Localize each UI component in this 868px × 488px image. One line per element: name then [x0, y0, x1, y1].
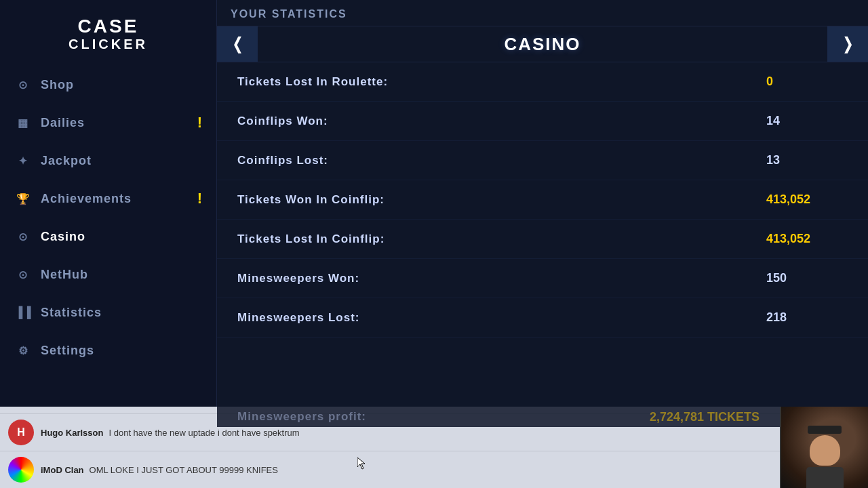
sidebar-item-label: Achievements — [41, 192, 132, 206]
chat-text-hugo: I dont have the new uptade i dont have s… — [108, 428, 299, 438]
sidebar-item-shop[interactable]: ⊙ Shop — [0, 66, 216, 104]
avatar-imod — [8, 457, 34, 483]
prev-tab-button[interactable]: ❬ — [217, 26, 258, 62]
person-head — [810, 435, 840, 466]
stats-list: Tickets lost in roulette:0Coinflips won:… — [217, 62, 868, 407]
achievements-icon: 🏆 — [14, 189, 33, 208]
logo-line1: CASE — [14, 17, 203, 36]
sidebar-item-label: Settings — [41, 344, 94, 358]
stat-row-0: Tickets lost in roulette:0 — [217, 62, 868, 102]
chat-overlay: H Hugo Karlsson I dont have the new upta… — [0, 407, 868, 488]
dailies-badge: ! — [197, 114, 203, 131]
sidebar-item-label: Dailies — [41, 116, 85, 130]
sidebar-item-dailies[interactable]: ▦ Dailies ! — [0, 104, 216, 142]
stat-label-5: Minesweepers won: — [237, 272, 766, 285]
webcam-feed — [781, 407, 868, 488]
sidebar-item-label: Statistics — [41, 306, 102, 320]
achievements-badge: ! — [197, 190, 203, 207]
person-body — [806, 467, 844, 488]
person-hat — [808, 426, 842, 434]
username-imod: iMoD Clan — [41, 465, 84, 475]
dailies-icon: ▦ — [14, 113, 33, 132]
stat-value-5: 150 — [766, 271, 848, 285]
stat-label-2: Coinflips lost: — [237, 154, 766, 167]
next-tab-button[interactable]: ❭ — [827, 26, 868, 62]
logo-line2: CLICKER — [14, 36, 203, 52]
jackpot-icon: ✦ — [14, 151, 33, 170]
stat-value-6: 218 — [766, 310, 848, 325]
logo: CASE CLICKER — [0, 7, 216, 66]
statistics-icon: ▐▐ — [14, 303, 33, 322]
chat-message-2: iMoD Clan OML LOKE I JUST GOT ABOUT 9999… — [0, 451, 868, 488]
sidebar-item-statistics[interactable]: ▐▐ Statistics — [0, 293, 216, 331]
sidebar-item-label: Jackpot — [41, 154, 92, 168]
stat-row-4: Tickets lost in coinflip:413,052 — [217, 220, 868, 259]
sidebar-item-jackpot[interactable]: ✦ Jackpot — [0, 142, 216, 180]
partial-stat-row: Minesweepers profit: 2,724,781 TICKETS — [217, 407, 780, 427]
webcam-person — [801, 427, 848, 488]
sidebar-item-achievements[interactable]: 🏆 Achievements ! — [0, 180, 216, 218]
partial-stat-label: Minesweepers profit: — [237, 410, 366, 424]
stat-value-3: 413,052 — [766, 192, 848, 207]
stat-row-6: Minesweepers lost:218 — [217, 298, 868, 338]
casino-icon: ⊙ — [14, 227, 33, 246]
stat-value-4: 413,052 — [766, 232, 848, 246]
stat-row-3: Tickets won in coinflip:413,052 — [217, 180, 868, 220]
stat-value-2: 13 — [766, 153, 848, 167]
sidebar-item-settings[interactable]: ⚙ Settings — [0, 331, 216, 369]
sidebar-item-casino[interactable]: ⊙ Casino — [0, 218, 216, 256]
stat-label-1: Coinflips won: — [237, 115, 766, 128]
stat-label-4: Tickets lost in coinflip: — [237, 232, 766, 246]
stat-label-3: Tickets won in coinflip: — [237, 193, 766, 207]
webcam-thumbnail — [780, 407, 868, 488]
shop-icon: ⊙ — [14, 75, 33, 94]
stat-value-0: 0 — [766, 75, 848, 89]
main-content: Your Statistics ❬ Casino ❭ Tickets lost … — [217, 0, 868, 407]
chat-text-imod: OML LOKE I JUST GOT ABOUT 99999 KNIFES — [90, 465, 278, 475]
sidebar: CASE CLICKER ⊙ Shop ▦ Dailies ! ✦ Jackpo… — [0, 0, 217, 407]
sidebar-item-nethub[interactable]: ⊙ NetHub — [0, 256, 216, 293]
sidebar-item-label: Casino — [41, 230, 85, 244]
sidebar-item-label: Shop — [41, 78, 74, 92]
nethub-icon: ⊙ — [14, 265, 33, 284]
page-title: Your Statistics — [217, 0, 868, 26]
stat-row-1: Coinflips won:14 — [217, 102, 868, 141]
tab-title: Casino — [258, 34, 827, 55]
stat-label-6: Minesweepers lost: — [237, 311, 766, 325]
sidebar-item-label: NetHub — [41, 268, 88, 282]
stat-row-2: Coinflips lost:13 — [217, 141, 868, 180]
avatar-hugo: H — [8, 420, 34, 445]
tab-bar: ❬ Casino ❭ — [217, 26, 868, 62]
partial-stat-value: 2,724,781 TICKETS — [650, 410, 760, 424]
stat-value-1: 14 — [766, 114, 848, 128]
settings-icon: ⚙ — [14, 341, 33, 360]
stat-row-5: Minesweepers won:150 — [217, 259, 868, 298]
stat-label-0: Tickets lost in roulette: — [237, 75, 766, 89]
username-hugo: Hugo Karlsson — [41, 428, 103, 438]
